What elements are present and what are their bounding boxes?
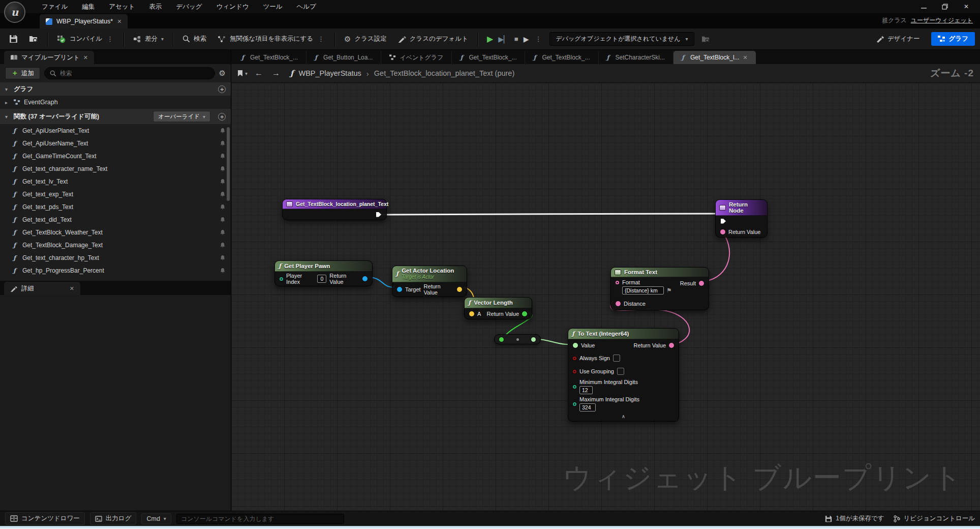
eject-button-icon[interactable]: ▶ (524, 35, 529, 43)
function-item[interactable]: ƒGet_text_character_name_Text (0, 162, 231, 175)
panel-settings-gear-icon[interactable]: ⚙ (219, 69, 226, 78)
min-integral-digits-field[interactable] (579, 386, 593, 394)
exec-in-pin[interactable] (720, 218, 726, 224)
result-pin[interactable] (699, 281, 704, 286)
frame-skip-icon[interactable]: ▶▏ (498, 35, 509, 43)
collapse-arrow-icon[interactable]: ▾ (5, 86, 10, 92)
node-vector-length[interactable]: ƒ Vector Length A Return Value (464, 297, 532, 319)
find-button[interactable]: 検索 (178, 32, 210, 47)
content-drawer-button[interactable]: コンテンツドロワー (5, 512, 85, 525)
function-item[interactable]: ƒGet_ApiUserPlanet_Text (0, 124, 231, 137)
menu-debug[interactable]: デバッグ (170, 1, 208, 13)
conversion-in-pin[interactable] (499, 337, 504, 342)
asset-tab-wbp-playerstatus[interactable]: WBP_PlayerStatus* ✕ (40, 14, 128, 28)
doc-tab-active[interactable]: ƒGet_TextBlock_l...✕ (673, 51, 756, 64)
event-graph-item[interactable]: ▸ EventGraph (0, 96, 231, 109)
function-item[interactable]: ƒGet_GameTimeCount_Text (0, 150, 231, 162)
graph-canvas[interactable]: Get_TextBlock_location_planet_Text Retur… (231, 83, 980, 511)
play-button-icon[interactable]: ▶ (487, 34, 493, 44)
back-arrow-icon[interactable]: ← (253, 69, 265, 78)
doc-tab[interactable]: ƒGet_Button_Loa... (307, 51, 381, 64)
hide-unrelated-button[interactable]: 無関係な項目を非表示にする ⋮ (213, 32, 329, 47)
functions-section-header[interactable]: ▾ 関数 (37 オーバーライド可能) オーバーライド ▾ ＋ (0, 109, 231, 124)
graph-mode-button[interactable]: グラフ (931, 32, 975, 46)
menu-tools[interactable]: ツール (257, 1, 288, 13)
player-index-field[interactable] (317, 275, 326, 283)
functions-scrollbar[interactable] (227, 127, 230, 201)
value-pin[interactable] (573, 343, 578, 348)
menu-help[interactable]: ヘルプ (291, 1, 322, 13)
function-item[interactable]: ƒGet_TextBlock_Damage_Text (0, 239, 231, 251)
menu-file[interactable]: ファイル (36, 1, 74, 13)
breadcrumb-root[interactable]: WBP_PlayerStatus (298, 69, 361, 77)
asset-tab-close-icon[interactable]: ✕ (117, 18, 121, 25)
max-integral-digits-field[interactable] (579, 403, 596, 412)
unreal-logo-icon[interactable]: u (4, 2, 25, 23)
distance-pin[interactable] (616, 301, 621, 306)
node-return[interactable]: Return Node Return Value (715, 199, 768, 238)
format-pin[interactable] (616, 281, 619, 284)
output-log-button[interactable]: 出力ログ (90, 512, 137, 525)
console-command-input[interactable] (176, 514, 344, 524)
function-item[interactable]: ƒGet_text_exp_Text (0, 188, 231, 200)
close-button[interactable]: ✕ (958, 2, 975, 12)
wire-exec[interactable] (380, 214, 718, 215)
blueprint-search-box[interactable] (44, 67, 215, 79)
doc-tab-close-icon[interactable]: ✕ (743, 54, 748, 61)
function-item[interactable]: ƒGet_text_pds_Text (0, 200, 231, 213)
function-item[interactable]: ƒGet_text_lv_Text (0, 175, 231, 188)
function-item[interactable]: ƒGet_ApiUserName_Text (0, 137, 231, 150)
forward-arrow-icon[interactable]: → (270, 69, 282, 78)
conversion-out-pin[interactable] (531, 337, 536, 342)
collapse-node-chevron-icon[interactable]: ∧ (568, 413, 679, 421)
menu-asset[interactable]: アセット (103, 1, 141, 13)
revision-control-button[interactable]: リビジョンコントロール (894, 514, 975, 523)
node-to-text-integer64[interactable]: ƒ To Text (Integer64) Value Return Value (568, 328, 679, 422)
localize-flag-icon[interactable]: ⚑ (666, 287, 672, 294)
my-blueprint-close-icon[interactable]: ✕ (83, 54, 88, 61)
my-blueprint-tab[interactable]: マイブループリント ✕ (4, 51, 94, 64)
details-close-icon[interactable]: ✕ (70, 285, 74, 292)
doc-tab-event-graph[interactable]: イベントグラフ (381, 51, 452, 64)
save-button[interactable] (5, 32, 22, 47)
use-grouping-checkbox[interactable] (617, 368, 624, 375)
always-sign-pin[interactable] (573, 357, 576, 360)
browse-asset-button[interactable] (25, 32, 42, 47)
unsaved-status[interactable]: 1個が未保存です (825, 514, 884, 523)
exec-out-pin[interactable] (376, 212, 382, 218)
minimize-button[interactable] (915, 2, 932, 12)
return-value-pin[interactable] (669, 343, 674, 348)
diff-button[interactable]: 差分 ▾ (129, 32, 168, 47)
parent-class-link[interactable]: ユーザーウィジェット (911, 16, 973, 25)
function-item[interactable]: ƒGet_hp_ProgressBar_Percent (0, 264, 231, 277)
class-defaults-button[interactable]: クラスのデフォルト (394, 32, 472, 47)
always-sign-checkbox[interactable] (613, 355, 620, 362)
menu-view[interactable]: 表示 (143, 1, 168, 13)
node-get-actor-location[interactable]: ƒ Get Actor Location Target is Actor Tar… (392, 266, 467, 297)
function-item[interactable]: ƒGet_text_did_Text (0, 213, 231, 226)
expand-arrow-icon[interactable]: ▸ (5, 100, 10, 105)
wire-int64[interactable] (537, 339, 568, 344)
format-field[interactable] (622, 286, 664, 295)
menu-edit[interactable]: 編集 (76, 1, 101, 13)
player-index-pin[interactable] (280, 277, 283, 281)
details-tab[interactable]: 詳細 ✕ (4, 282, 80, 295)
compile-options-icon[interactable]: ⋮ (106, 35, 114, 43)
use-grouping-pin[interactable] (573, 370, 576, 373)
menu-window[interactable]: ウィンドウ (210, 1, 255, 13)
node-entry[interactable]: Get_TextBlock_location_planet_Text (282, 199, 387, 220)
add-button[interactable]: ＋ 追加 (5, 67, 40, 79)
hide-unrelated-options-icon[interactable]: ⋮ (317, 35, 325, 43)
add-function-icon[interactable]: ＋ (218, 113, 226, 121)
debug-browse-button[interactable] (697, 32, 714, 47)
stop-button-icon[interactable]: ■ (514, 35, 518, 43)
blueprint-search-input[interactable] (60, 70, 209, 77)
cmd-dropdown[interactable]: Cmd ▾ (141, 513, 171, 524)
max-integral-digits-pin[interactable] (573, 402, 576, 406)
function-item[interactable]: ƒGet_TextBlock_Weather_Text (0, 226, 231, 239)
node-format-text[interactable]: Format Text Format ⚑ (610, 267, 709, 310)
restore-button[interactable] (936, 2, 954, 12)
node-get-player-pawn[interactable]: ƒ Get Player Pawn Player Index Return Va… (274, 260, 373, 286)
bookmarks-dropdown[interactable]: ▾ (237, 70, 248, 77)
designer-button[interactable]: デザイナー (872, 32, 924, 47)
